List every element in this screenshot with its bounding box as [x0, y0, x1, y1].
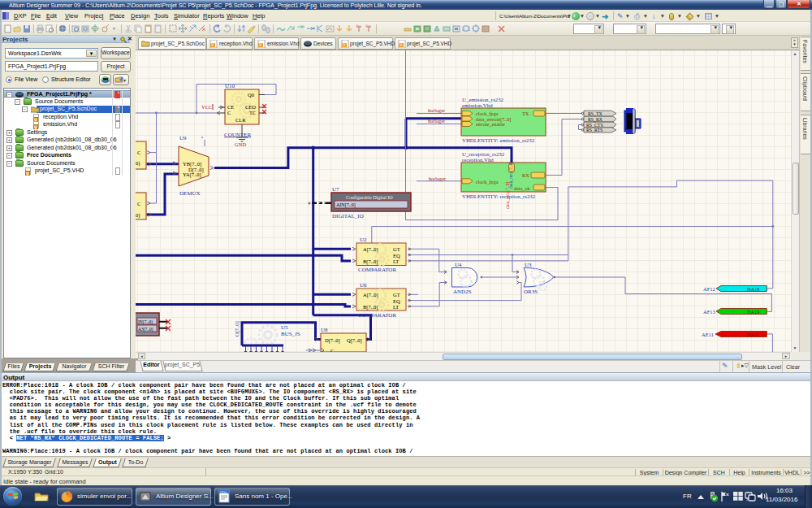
svg-text:COMPARATOR: COMPARATOR [358, 267, 396, 273]
svg-text:U9: U9 [179, 135, 187, 141]
svg-text:CE: CE [227, 104, 234, 110]
svg-text:B[7..0]: B[7..0] [363, 304, 378, 310]
svg-text:RS_RX: RS_RX [588, 117, 603, 122]
svg-text:A[7..0]: A[7..0] [363, 292, 378, 298]
svg-text:data_recu[7..0]: data_recu[7..0] [505, 182, 510, 209]
svg-text:VHDLENTITY: emission_rs232: VHDLENTITY: emission_rs232 [462, 137, 535, 143]
svg-text:AF12: AF12 [703, 286, 715, 292]
svg-text:OOo: OOo [220, 491, 226, 494]
svg-text:U2: U2 [360, 237, 367, 243]
svg-text:COMPARATOR: COMPARATOR [358, 312, 396, 319]
svg-text:horloger: horloger [428, 107, 445, 113]
svg-text:YA[7..0]: YA[7..0] [183, 172, 201, 178]
svg-text:U8: U8 [321, 327, 328, 333]
svg-text:C: C [227, 110, 231, 115]
svg-text:OR3S: OR3S [524, 289, 538, 295]
svg-text:horloger: horloger [429, 176, 446, 181]
svg-text:A[7..0]: A[7..0] [363, 246, 378, 253]
svg-text:GT: GT [393, 246, 400, 252]
svg-text:EQ: EQ [393, 253, 400, 258]
svg-text:Configurable Digital IO: Configurable Digital IO [346, 195, 393, 200]
svg-text:TC: TC [249, 110, 256, 115]
svg-text:Vcc: Vcc [365, 24, 371, 28]
svg-text:U_emission_rs232: U_emission_rs232 [462, 97, 504, 102]
svg-text:AF13: AF13 [703, 309, 715, 315]
svg-text:Q0: Q0 [248, 92, 254, 98]
svg-text:0): 0) [136, 160, 140, 167]
svg-text:U4: U4 [455, 262, 462, 268]
svg-text:A3[7..0]: A3[7..0] [138, 327, 153, 332]
svg-text:BUS_JS: BUS_JS [281, 331, 300, 337]
svg-text:U10: U10 [225, 83, 235, 89]
svg-text:LT: LT [393, 304, 399, 310]
svg-text:IN[7..0]: IN[7..0] [138, 319, 153, 324]
svg-text:VHDLENTITY: reception_rs232: VHDLENTITY: reception_rs232 [462, 193, 536, 199]
svg-text:GT: GT [393, 292, 400, 297]
svg-text:0): 0) [136, 212, 140, 219]
svg-text:U3: U3 [525, 262, 532, 268]
svg-text:HA15: HA15 [747, 332, 759, 337]
svg-text:U6: U6 [360, 282, 367, 289]
svg-text:VCC: VCC [201, 104, 212, 110]
svg-text:LT: LT [393, 258, 399, 264]
svg-text:data_ok: data_ok [514, 185, 530, 191]
svg-text:DIGITAL_IO: DIGITAL_IO [332, 213, 364, 219]
svg-text:RX: RX [522, 172, 529, 178]
svg-text:DEMUX: DEMUX [179, 190, 201, 197]
svg-text:AIN[7..0]: AIN[7..0] [336, 202, 356, 208]
svg-text:RS_TX: RS_TX [588, 111, 603, 116]
svg-text:HA19: HA19 [747, 309, 759, 315]
svg-text:COUNTER: COUNTER [224, 132, 251, 138]
svg-text:GND: GND [235, 141, 246, 147]
svg-text:envoie_enable: envoie_enable [476, 121, 505, 127]
svg-text:U_reception_rs232: U_reception_rs232 [462, 151, 505, 157]
svg-text:horloger: horloger [428, 118, 445, 124]
svg-text:CEO: CEO [245, 104, 256, 110]
svg-text:emission.Vhd: emission.Vhd [462, 102, 493, 108]
svg-text:Vcc: Vcc [356, 24, 361, 28]
svg-text:Q[7..0]: Q[7..0] [347, 337, 362, 344]
svg-text:EQ: EQ [393, 298, 400, 304]
svg-text:TX: TX [522, 111, 529, 116]
svg-text:O[7..0]: O[7..0] [234, 321, 240, 336]
svg-text:reception.Vhd: reception.Vhd [462, 157, 494, 163]
svg-text:C: C [137, 201, 140, 206]
svg-text:D[7..0]: D[7..0] [325, 337, 340, 344]
svg-text:clock_fpga: clock_fpga [476, 179, 499, 185]
svg-text:CLR: CLR [235, 117, 246, 123]
svg-text:U7: U7 [332, 186, 339, 193]
svg-text:HA18: HA18 [747, 286, 759, 292]
svg-text:AE11: AE11 [702, 332, 714, 337]
svg-text:B[7..0]: B[7..0] [363, 258, 378, 265]
svg-text:U5: U5 [281, 324, 288, 331]
svg-text:s: s [201, 135, 203, 139]
svg-text:RS_RTS: RS_RTS [586, 128, 603, 132]
svg-text:AND2S: AND2S [453, 289, 472, 295]
svg-text:C: C [137, 150, 140, 155]
svg-text:▾: ▾ [123, 78, 126, 83]
svg-text:RS_CTS: RS_CTS [586, 123, 603, 128]
